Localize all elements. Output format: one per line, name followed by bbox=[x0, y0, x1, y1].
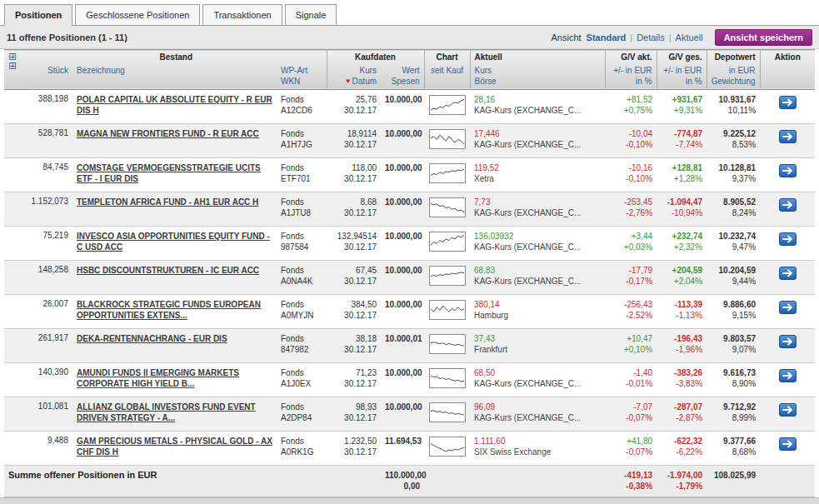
aktion-cell bbox=[760, 362, 815, 397]
order-action-button[interactable] bbox=[779, 232, 797, 246]
sparkline-chart[interactable] bbox=[429, 437, 466, 457]
sparkline-chart[interactable] bbox=[429, 300, 466, 320]
sparkline-chart[interactable] bbox=[429, 232, 466, 252]
sort-datum-link[interactable]: Datum bbox=[352, 76, 377, 87]
gv-akt-pct: +0,75% bbox=[609, 105, 652, 116]
sort-gewichtung-link[interactable]: Gewichtung bbox=[712, 76, 756, 87]
aktuell-cell: 37,43 Frankfurt bbox=[470, 328, 605, 362]
order-action-button[interactable] bbox=[779, 369, 797, 382]
order-arrow-icon bbox=[782, 235, 793, 243]
instrument-name-link[interactable]: TEMPLETON AFRICA FUND - AH1 EUR ACC H bbox=[77, 197, 258, 207]
aktueller-kurs: 68,50 bbox=[474, 367, 601, 378]
order-action-button[interactable] bbox=[779, 267, 797, 280]
sparkline-chart[interactable] bbox=[429, 197, 466, 217]
instrument-cell: MAGNA NEW FRONTIERS FUND - R EUR ACC bbox=[72, 123, 277, 157]
sparkline-chart[interactable] bbox=[429, 163, 466, 183]
sparkline-chart[interactable] bbox=[429, 95, 466, 115]
sort-kurs-link[interactable]: Kurs bbox=[359, 65, 377, 76]
wp-art-wkn-cell: Fonds 847982 bbox=[277, 328, 327, 362]
collapse-all-icon[interactable]: ⊞ bbox=[8, 62, 22, 71]
kaufdatum: 30.12.17 bbox=[331, 412, 377, 423]
aktion-cell bbox=[760, 397, 815, 431]
sort-wert-link[interactable]: Wert bbox=[402, 65, 420, 76]
order-action-button[interactable] bbox=[779, 198, 797, 212]
aktuell-cell: 17,446 KAG-Kurs (EXCHANGE_C... bbox=[470, 123, 605, 157]
sort-boerse-link[interactable]: Börse bbox=[475, 76, 497, 87]
order-action-button[interactable] bbox=[779, 403, 797, 417]
view-standard-link[interactable]: Standard bbox=[587, 32, 627, 42]
instrument-name-link[interactable]: AMUNDI FUNDS II EMERGING MARKETS CORPORA… bbox=[77, 367, 272, 389]
sparkline-chart[interactable] bbox=[429, 129, 466, 149]
row-spacer bbox=[4, 89, 26, 123]
sort-wp-art-link[interactable]: WP-Art bbox=[281, 65, 307, 76]
instrument-name-link[interactable]: HSBC DISCOUNTSTRUKTUREN - IC EUR ACC bbox=[77, 265, 259, 276]
sort-gv-ges-eur-link[interactable]: +/- in EUR bbox=[663, 65, 702, 76]
chart-cell bbox=[424, 431, 470, 465]
tab-signale[interactable]: Signale bbox=[285, 4, 337, 26]
save-view-button[interactable]: Ansicht speichern bbox=[715, 29, 812, 46]
gv-akt-pct: -0,07% bbox=[609, 412, 652, 423]
instrument-name-link[interactable]: INVESCO ASIA OPPORTUNITIES EQUITY FUND -… bbox=[77, 231, 272, 252]
tab-positionen[interactable]: Positionen bbox=[4, 4, 72, 26]
sparkline-chart[interactable] bbox=[429, 266, 466, 286]
gv-ges-pct: -1,96% bbox=[661, 344, 702, 355]
kaufwert: 10.000,00 bbox=[385, 128, 420, 139]
kaufkurs-datum-cell: 132,94514 30.12.17 bbox=[327, 226, 381, 260]
order-action-button[interactable] bbox=[779, 96, 797, 109]
sort-kurs-aktuell-link[interactable]: Kurs bbox=[475, 65, 492, 76]
sparkline-chart[interactable] bbox=[429, 368, 466, 388]
instrument-name-link[interactable]: GAM PRECIOUS METALS - PHYSICAL GOLD - AX… bbox=[77, 436, 272, 457]
gv-ges-pct: -2,87% bbox=[661, 412, 702, 423]
kaufkurs-datum-cell: 384,50 30.12.17 bbox=[327, 294, 381, 328]
instrument-name-link[interactable]: BLACKROCK STRATEGIC FUNDS EUROPEAN OPPOR… bbox=[77, 299, 272, 321]
gv-akt-eur: -10,04 bbox=[609, 128, 652, 139]
kaufwert: 10.000,00 bbox=[385, 299, 420, 310]
instrument-name-link[interactable]: COMSTAGE VERMOEGENSSTRATEGIE UCITS ETF -… bbox=[77, 162, 272, 184]
sort-spesen-link[interactable]: Spesen bbox=[392, 76, 420, 87]
gv-ges-eur: -113,39 bbox=[661, 299, 702, 310]
sort-gv-akt-pct-link[interactable]: in % bbox=[636, 76, 652, 87]
aktion-cell bbox=[760, 192, 815, 226]
sum-gv-akt-cell: -419,13 -0,38% bbox=[605, 465, 657, 497]
sparkline-chart[interactable] bbox=[429, 334, 466, 354]
kaufdatum: 30.12.17 bbox=[331, 207, 377, 218]
instrument-name-link[interactable]: MAGNA NEW FRONTIERS FUND - R EUR ACC bbox=[77, 128, 259, 139]
instrument-name-link[interactable]: POLAR CAPITAL UK ABSOLUTE EQUITY - R EUR… bbox=[77, 94, 272, 116]
sum-gv-ges-pct: -1,79% bbox=[661, 481, 702, 492]
order-arrow-icon bbox=[782, 201, 793, 209]
order-action-button[interactable] bbox=[779, 164, 797, 177]
instrument-name-link[interactable]: ALLIANZ GLOBAL INVESTORS FUND EVENT DRIV… bbox=[77, 402, 272, 423]
order-arrow-icon bbox=[782, 269, 793, 277]
order-action-button[interactable] bbox=[779, 335, 797, 348]
sort-bezeichnung-link[interactable]: Bezeichnung bbox=[77, 65, 125, 76]
order-action-button[interactable] bbox=[779, 437, 797, 451]
sort-stueck-link[interactable]: Stück bbox=[47, 65, 68, 76]
view-details-link[interactable]: Details bbox=[637, 32, 665, 42]
order-action-button[interactable] bbox=[779, 130, 797, 143]
position-row: 528,781 MAGNA NEW FRONTIERS FUND - R EUR… bbox=[4, 123, 815, 157]
tab-bar: Positionen Geschlossene Positionen Trans… bbox=[0, 0, 819, 26]
gv-ges-pct: -1,13% bbox=[661, 310, 702, 321]
kaufkurs: 8,68 bbox=[331, 197, 377, 207]
wkn: 847982 bbox=[281, 344, 322, 355]
wp-art-wkn-cell: Fonds A12CD6 bbox=[277, 89, 327, 123]
instrument-name-link[interactable]: DEKA-RENTENNACHRANG - EUR DIS bbox=[77, 333, 227, 344]
shares-cell: 101,081 bbox=[26, 397, 72, 431]
wkn: ETF701 bbox=[281, 173, 322, 184]
sort-depotwert-link[interactable]: in EUR bbox=[729, 65, 756, 76]
gv-akt-pct: -0,17% bbox=[609, 276, 652, 287]
order-action-button[interactable] bbox=[779, 301, 797, 314]
sort-gv-akt-eur-link[interactable]: +/- in EUR bbox=[613, 65, 652, 76]
kaufkurs-datum-cell: 67,45 30.12.17 bbox=[327, 260, 381, 294]
row-spacer bbox=[4, 123, 26, 157]
view-aktuell-link[interactable]: Aktuell bbox=[676, 32, 703, 42]
tab-geschlossene-positionen[interactable]: Geschlossene Positionen bbox=[75, 4, 200, 26]
wp-art: Fonds bbox=[281, 162, 322, 173]
sparkline-chart[interactable] bbox=[429, 402, 466, 422]
tab-transaktionen[interactable]: Transaktionen bbox=[202, 4, 282, 26]
sort-wkn-link[interactable]: WKN bbox=[281, 76, 300, 87]
gv-ges-eur: -774,87 bbox=[661, 128, 702, 139]
sort-gv-ges-pct-link[interactable]: in % bbox=[686, 76, 702, 87]
kaufwert: 10.000,00 bbox=[385, 402, 420, 412]
gv-ges-eur: +232,74 bbox=[661, 231, 702, 242]
